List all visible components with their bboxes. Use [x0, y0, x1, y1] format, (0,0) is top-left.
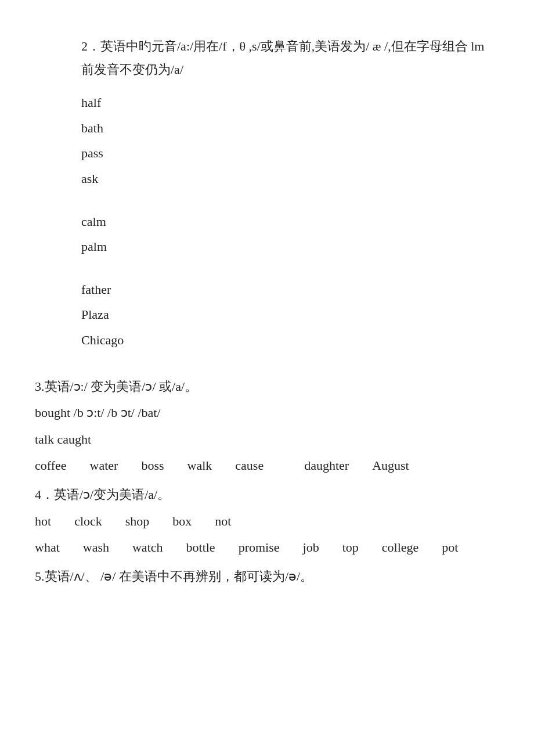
section-3-words: coffee water boss walk cause daughter Au… — [35, 454, 499, 477]
section-3-line1: bought /b ɔ:t/ /b ɔt/ /bat/ — [35, 401, 499, 424]
word-promise: promise — [239, 536, 280, 559]
word-august: August — [372, 454, 409, 477]
section-4-line1: hot clock shop box not — [35, 510, 499, 533]
word-job: job — [303, 536, 319, 559]
word-pot: pot — [442, 536, 458, 559]
section-3: 3.英语/ɔ:/ 变为美语/ɔ/ 或/a/。 bought /b ɔ:t/ /b… — [35, 375, 499, 477]
word-hot: hot — [35, 510, 51, 533]
word-clock: clock — [74, 510, 102, 533]
word-wash: wash — [83, 536, 109, 559]
word-watch: watch — [132, 536, 163, 559]
word-pass: pass — [35, 142, 499, 165]
section-5: 5.英语/ʌ/、 /ə/ 在美语中不再辨别，都可读为/ə/。 — [35, 565, 499, 588]
section-2: 2．英语中旳元音/a:/用在/f，θ ,s/或鼻音前,美语发为/ æ /,但在字… — [35, 35, 499, 352]
section-3-line2: talk caught — [35, 428, 499, 451]
word-shop: shop — [125, 510, 150, 533]
word-calm: calm — [35, 210, 499, 233]
word-box: box — [172, 510, 192, 533]
word-boss: boss — [141, 454, 164, 477]
word-water: water — [90, 454, 118, 477]
word-bath: bath — [35, 117, 499, 140]
section-3-title: 3.英语/ɔ:/ 变为美语/ɔ/ 或/a/。 — [35, 375, 499, 398]
word-half: half — [35, 91, 499, 114]
word-plaza: Plaza — [35, 303, 499, 326]
word-cause: cause — [235, 454, 264, 477]
word-what: what — [35, 536, 60, 559]
word-daughter: daughter — [304, 454, 349, 477]
section-2-title: 2．英语中旳元音/a:/用在/f，θ ,s/或鼻音前,美语发为/ æ /,但在字… — [35, 35, 499, 81]
section-4: 4．英语/ɔ/变为美语/a/。 hot clock shop box not w… — [35, 483, 499, 559]
word-ask: ask — [35, 167, 499, 190]
main-content: 2．英语中旳元音/a:/用在/f，θ ,s/或鼻音前,美语发为/ æ /,但在字… — [35, 35, 499, 588]
word-chicago: Chicago — [35, 329, 499, 352]
section-5-title: 5.英语/ʌ/、 /ə/ 在美语中不再辨别，都可读为/ə/。 — [35, 565, 499, 588]
word-father: father — [35, 278, 499, 301]
section-4-line2: what wash watch bottle promise job top c… — [35, 536, 499, 559]
word-not: not — [215, 510, 231, 533]
word-coffee: coffee — [35, 454, 67, 477]
word-walk: walk — [187, 454, 212, 477]
word-bottle: bottle — [186, 536, 215, 559]
word-top: top — [342, 536, 359, 559]
section-4-title: 4．英语/ɔ/变为美语/a/。 — [35, 483, 499, 506]
word-college: college — [382, 536, 419, 559]
word-palm: palm — [35, 235, 499, 258]
